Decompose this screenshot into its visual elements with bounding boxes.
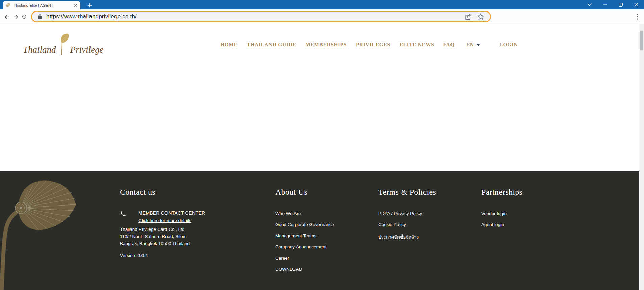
browser-window: Thailand Elite | AGENT [0, 0, 644, 290]
new-tab-icon[interactable] [85, 1, 95, 9]
logo-word-privilege: Privilege [70, 45, 104, 56]
footer-link-vendor-login[interactable]: Vendor login [481, 211, 522, 216]
nav-item-privileges[interactable]: PRIVILEGES [356, 42, 390, 48]
chevron-down-icon [476, 44, 480, 46]
tab-close-icon[interactable] [74, 4, 77, 7]
site-footer: Contact us MEMBER CONTACT CENTER Click h… [0, 171, 644, 290]
url-text[interactable]: https://www.thailandprivilege.co.th/ [46, 13, 460, 20]
back-icon[interactable] [3, 12, 11, 21]
lotus-leaf-graphic [0, 172, 79, 290]
window-controls [582, 0, 644, 9]
tab-search-chevron-icon[interactable] [582, 0, 597, 9]
logo-lotus-leaf-icon [57, 33, 69, 57]
browser-toolbar: https://www.thailandprivilege.co.th/ [0, 9, 644, 24]
nav-item-faq[interactable]: FAQ [443, 42, 455, 48]
nav-item-elite-news[interactable]: ELITE NEWS [400, 42, 434, 48]
footer-link-company-announcement[interactable]: Company Announcement [275, 244, 334, 249]
footer-link-career[interactable]: Career [275, 256, 334, 261]
address-line: Bangrak, Bangkok 10500 Thailand [120, 240, 205, 247]
about-heading: About Us [275, 188, 334, 197]
footer-link-good-corporate-governance[interactable]: Good Corporate Governance [275, 222, 334, 227]
version-text: Version: 0.0.4 [120, 253, 205, 258]
footer-about-column: About Us Who We Are Good Corporate Gover… [275, 188, 334, 278]
contact-details-link[interactable]: Click here for more details [138, 218, 191, 223]
nav-item-home[interactable]: HOME [220, 42, 237, 48]
page-scrollbar[interactable] [639, 24, 644, 290]
footer-link-pdpa-privacy-policy[interactable]: PDPA / Privacy Policy [378, 211, 436, 216]
language-label: EN [466, 42, 474, 48]
address-line: 110/2 North Sathorn Road, Silom [120, 233, 205, 240]
phone-icon [120, 211, 126, 218]
logo-word-thailand: Thailand [23, 45, 56, 56]
webpage: Thailand Privilege HOME THAILAND GUIDE M… [0, 24, 644, 290]
bookmark-star-icon[interactable] [476, 13, 485, 21]
scrollbar-thumb[interactable] [640, 31, 643, 50]
footer-link-cookie-policy[interactable]: Cookie Policy [378, 222, 436, 227]
browser-tab[interactable]: Thailand Elite | AGENT [3, 1, 80, 9]
main-nav: HOME THAILAND GUIDE MEMBERSHIPS PRIVILEG… [220, 42, 518, 48]
minimize-icon[interactable] [597, 0, 613, 9]
tab-title: Thailand Elite | AGENT [14, 3, 71, 7]
site-favicon-icon [6, 3, 11, 8]
site-logo[interactable]: Thailand Privilege [23, 33, 104, 56]
nav-item-memberships[interactable]: MEMBERSHIPS [305, 42, 347, 48]
footer-link-download[interactable]: DOWNLOAD [275, 267, 334, 272]
close-icon[interactable] [628, 0, 644, 9]
footer-link-agent-login[interactable]: Agent login [481, 222, 522, 227]
footer-terms-column: Terms & Policies PDPA / Privacy Policy C… [378, 188, 436, 247]
partnerships-heading: Partnerships [481, 188, 522, 197]
browser-titlebar: Thailand Elite | AGENT [0, 0, 644, 9]
nav-item-thailand-guide[interactable]: THAILAND GUIDE [247, 42, 296, 48]
login-button[interactable]: LOGIN [499, 42, 518, 48]
contact-heading: Contact us [120, 188, 205, 197]
share-icon[interactable] [464, 13, 472, 21]
footer-link-management-teams[interactable]: Management Teams [275, 233, 334, 238]
terms-heading: Terms & Policies [378, 188, 436, 197]
restore-icon[interactable] [613, 0, 628, 9]
language-selector[interactable]: EN [466, 42, 480, 48]
lock-icon[interactable] [37, 14, 42, 20]
footer-link-procurement-announcement[interactable]: ประกาศจัดซื้อจัดจ้าง [378, 233, 436, 241]
footer-partnerships-column: Partnerships Vendor login Agent login [481, 188, 522, 233]
browser-menu-icon[interactable] [634, 12, 641, 21]
contact-center-label: MEMBER CONTACT CENTER [138, 210, 205, 216]
address-line: Thailand Privilege Card Co., Ltd. [120, 226, 205, 233]
reload-icon[interactable] [20, 12, 28, 21]
footer-contact-column: Contact us MEMBER CONTACT CENTER Click h… [120, 188, 205, 258]
footer-link-who-we-are[interactable]: Who We Are [275, 211, 334, 216]
forward-icon[interactable] [11, 12, 20, 21]
address-bar[interactable]: https://www.thailandprivilege.co.th/ [31, 11, 491, 22]
